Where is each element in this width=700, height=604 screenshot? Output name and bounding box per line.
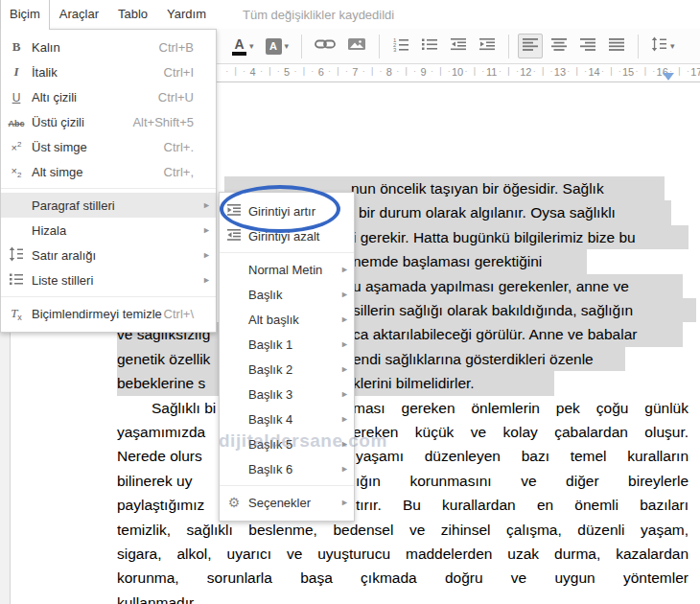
ruler-number: 14 xyxy=(588,66,599,78)
menu-item-label: Üstü çizili xyxy=(32,115,132,129)
menu-item-superscript[interactable]: ×2Üst simgeCtrl+. xyxy=(1,134,216,159)
document-line: paylaştığımız xyxy=(117,495,204,515)
menu-item-label: Altı çizili xyxy=(32,90,158,105)
ruler-tick: | xyxy=(439,66,441,76)
superscript-icon: ×2 xyxy=(1,140,32,154)
image-icon xyxy=(347,36,366,56)
menu-item-subscript[interactable]: ×2Alt simgeCtrl+, xyxy=(1,159,216,184)
document-line: ığın korunmasını ve diğer bireylerle xyxy=(356,471,688,492)
menu-item-options[interactable]: ⚙Seçenekler► xyxy=(220,490,354,515)
menu-item-label: Alt simge xyxy=(32,165,164,179)
ruler-tick: · xyxy=(448,66,451,76)
menu-item-paragraph-styles[interactable]: Paragraf stilleri► xyxy=(1,193,216,218)
menu-item-label: Satır aralığı xyxy=(32,248,202,263)
document-line: genetik özellik xyxy=(117,349,210,369)
menu-item-heading-3[interactable]: Başlık 3► xyxy=(220,382,354,407)
ruler-tick: | xyxy=(507,66,509,76)
strikethrough-icon: Abc xyxy=(1,115,32,129)
menu-item-heading[interactable]: Başlık► xyxy=(220,282,354,307)
toolbar-divider xyxy=(508,35,509,58)
document-line: Nerede olurs xyxy=(117,446,202,466)
document-line: yaşamı düzenleyen bazı temel kuralların xyxy=(356,446,688,467)
chevron-down-icon: ▾ xyxy=(249,41,254,51)
decrease-indent-icon xyxy=(220,227,248,245)
menu-item-shortcut: Ctrl+U xyxy=(158,90,202,105)
document-line: nun öncelik taşıyan bir öğesidir. Sağlık xyxy=(351,178,604,198)
increase-indent-button[interactable] xyxy=(475,34,500,58)
menu-item-heading-2[interactable]: Başlık 2► xyxy=(220,357,354,382)
menu-item-heading-4[interactable]: Başlık 4► xyxy=(220,407,354,431)
bulleted-list-icon xyxy=(421,36,438,56)
menu-tablo[interactable]: Tablo xyxy=(108,0,157,29)
ruler-number: 17 xyxy=(690,66,700,78)
link-icon xyxy=(315,36,336,56)
gear-icon: ⚙ xyxy=(220,495,248,510)
ruler-tick: · xyxy=(687,66,689,76)
ruler-tick: · xyxy=(431,66,433,76)
ruler-tick: | xyxy=(644,66,646,76)
ruler-tick: | xyxy=(576,66,578,76)
highlight-color-button[interactable]: A ▾ xyxy=(262,35,293,58)
menu-separator xyxy=(1,296,216,297)
toolbar-divider xyxy=(638,35,639,58)
insert-link-button[interactable] xyxy=(311,34,339,58)
menu-item-strikethrough[interactable]: AbcÜstü çiziliAlt+Shift+5 xyxy=(1,109,216,134)
document-line: nemde başlaması gerektiğini xyxy=(353,251,542,271)
ruler-tick: · xyxy=(225,66,228,76)
ruler-tick: | xyxy=(303,66,305,76)
menu-item-heading-1[interactable]: Başlık 1► xyxy=(220,332,354,357)
ruler-tick: | xyxy=(610,66,612,76)
ruler-tick: · xyxy=(396,66,399,76)
ruler-tick: · xyxy=(345,66,348,76)
align-center-icon xyxy=(550,36,568,56)
ruler-tick: · xyxy=(618,66,621,76)
text-color-button[interactable]: A ▾ xyxy=(228,35,258,58)
document-line: yaşamımızda xyxy=(117,422,205,442)
menu-item-line-spacing[interactable]: Satır aralığı► xyxy=(1,243,216,267)
submenu-arrow-icon: ► xyxy=(340,389,354,399)
document-line: sigara, alkol, uyarıcı ve uyuşturucu mad… xyxy=(117,544,688,565)
decrease-indent-button[interactable] xyxy=(446,34,471,58)
menu-separator xyxy=(1,188,216,189)
menu-item-italic[interactable]: IİtalikCtrl+I xyxy=(1,59,216,84)
menu-item-list-styles[interactable]: Liste stilleri► xyxy=(1,267,216,292)
line-spacing-icon xyxy=(1,246,32,265)
ruler-number: 15 xyxy=(622,66,634,78)
clear-formatting-icon: Tx xyxy=(1,306,32,321)
menu-item-clear-formatting[interactable]: TxBiçimlendirmeyi temizleCtrl+\ xyxy=(1,301,216,326)
document-line: ca aktarılabileceği görülür. Anne ve bab… xyxy=(353,324,637,344)
menu-araclar[interactable]: Araçlar xyxy=(50,0,108,29)
ruler-tick: · xyxy=(243,66,245,76)
menu-separator xyxy=(220,485,354,486)
menu-item-heading-6[interactable]: Başlık 6► xyxy=(220,456,354,481)
justify-button[interactable] xyxy=(604,34,629,58)
line-spacing-button[interactable]: ▾ xyxy=(647,34,679,58)
ruler-number: 9 xyxy=(420,66,426,78)
insert-image-button[interactable] xyxy=(343,34,370,58)
menu-bicim[interactable]: Biçim xyxy=(0,0,50,30)
menu-yardim[interactable]: Yardım xyxy=(157,0,216,29)
menu-item-underline[interactable]: UAltı çiziliCtrl+U xyxy=(1,84,216,109)
document-line: u aşamada yapılması gerekenler, anne ve xyxy=(353,276,629,296)
align-left-icon xyxy=(522,36,539,56)
submenu-arrow-icon: ► xyxy=(340,339,354,349)
submenu-arrow-icon: ► xyxy=(340,265,354,274)
document-line: kullanmadır. xyxy=(117,592,198,604)
align-right-button[interactable] xyxy=(575,34,600,58)
align-left-button[interactable] xyxy=(518,34,543,58)
decrease-indent-icon xyxy=(450,36,467,56)
menu-item-shortcut: Alt+Shift+5 xyxy=(132,115,202,129)
menu-item-normal-text[interactable]: Normal Metin► xyxy=(220,257,354,282)
menu-item-label: Başlık 6 xyxy=(248,462,340,476)
bulleted-list-button[interactable] xyxy=(417,34,442,58)
indent-marker[interactable] xyxy=(663,73,674,81)
align-center-button[interactable] xyxy=(547,34,572,58)
menu-item-align[interactable]: Hizala► xyxy=(1,218,216,243)
paragraph-styles-submenu: Girintiyi artırGirintiyi azaltNormal Met… xyxy=(219,192,355,522)
ruler-tick: · xyxy=(465,66,468,76)
menu-item-bold[interactable]: BKalınCtrl+B xyxy=(1,35,216,59)
list-styles-icon xyxy=(1,271,32,290)
numbered-list-button[interactable]: 123 xyxy=(388,34,413,59)
submenu-arrow-icon: ► xyxy=(202,250,216,260)
menu-item-subtitle[interactable]: Alt başlık► xyxy=(220,307,354,332)
